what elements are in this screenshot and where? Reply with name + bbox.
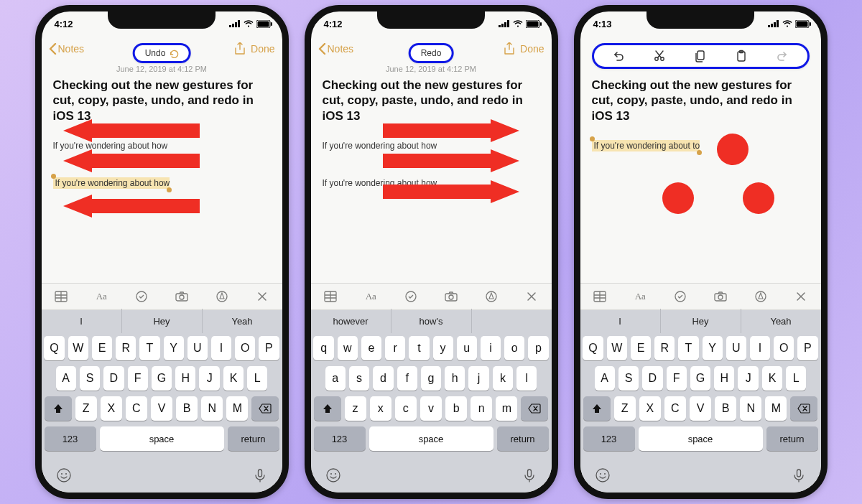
- key-123[interactable]: 123: [45, 426, 96, 451]
- key-m[interactable]: m: [496, 396, 517, 421]
- markup-icon[interactable]: [213, 288, 231, 305]
- keyboard[interactable]: Aa I Hey Yeah QWERTYUIOP ASDFGHJKL ZXCVB…: [42, 283, 282, 493]
- markup-icon[interactable]: [483, 288, 500, 305]
- key-e[interactable]: e: [361, 336, 381, 360]
- key-s[interactable]: S: [618, 366, 639, 391]
- key-a[interactable]: A: [56, 366, 76, 391]
- key-w[interactable]: W: [607, 336, 627, 360]
- key-c[interactable]: C: [126, 396, 147, 421]
- key-backspace[interactable]: [521, 396, 548, 421]
- key-j[interactable]: J: [738, 366, 758, 391]
- key-g[interactable]: g: [421, 366, 441, 391]
- key-space[interactable]: space: [369, 426, 493, 451]
- key-k[interactable]: k: [493, 366, 513, 391]
- key-j[interactable]: J: [199, 366, 219, 391]
- table-icon[interactable]: [591, 288, 608, 305]
- key-y[interactable]: Y: [703, 336, 723, 360]
- key-b[interactable]: B: [715, 396, 736, 421]
- text-format-icon[interactable]: Aa: [93, 288, 110, 305]
- key-s[interactable]: S: [80, 366, 100, 391]
- redo-icon[interactable]: [775, 50, 789, 62]
- key-h[interactable]: h: [445, 366, 465, 391]
- table-icon[interactable]: [322, 288, 339, 305]
- predict-2[interactable]: Hey: [661, 309, 741, 333]
- key-m[interactable]: M: [765, 396, 787, 421]
- cut-icon[interactable]: [652, 50, 667, 62]
- key-j[interactable]: j: [468, 366, 488, 391]
- back-button[interactable]: Notes: [318, 43, 354, 55]
- key-shift[interactable]: [45, 396, 72, 421]
- key-123[interactable]: 123: [314, 426, 366, 451]
- key-g[interactable]: G: [152, 366, 172, 391]
- key-t[interactable]: T: [678, 336, 698, 360]
- key-i[interactable]: I: [750, 336, 770, 360]
- key-h[interactable]: H: [175, 366, 195, 391]
- predict-1[interactable]: however: [311, 309, 391, 333]
- key-x[interactable]: x: [370, 396, 391, 421]
- close-keyboard-icon[interactable]: [254, 288, 271, 305]
- text-format-icon[interactable]: Aa: [362, 288, 379, 305]
- key-i[interactable]: I: [211, 336, 231, 360]
- predict-3[interactable]: [472, 309, 552, 333]
- key-q[interactable]: q: [313, 336, 333, 360]
- key-o[interactable]: O: [235, 336, 255, 360]
- note-title[interactable]: Checking out the new gestures for cut, c…: [592, 78, 810, 123]
- key-f[interactable]: f: [397, 366, 417, 391]
- key-l[interactable]: l: [516, 366, 537, 391]
- key-p[interactable]: p: [528, 336, 548, 360]
- key-a[interactable]: a: [325, 366, 346, 391]
- key-backspace[interactable]: [251, 396, 279, 421]
- predict-1[interactable]: I: [42, 309, 122, 333]
- key-d[interactable]: d: [373, 366, 393, 391]
- key-t[interactable]: T: [139, 336, 159, 360]
- key-v[interactable]: V: [151, 396, 172, 421]
- key-shift[interactable]: [583, 396, 611, 421]
- key-t[interactable]: t: [409, 336, 429, 360]
- mic-icon[interactable]: [522, 467, 537, 486]
- key-u[interactable]: U: [187, 336, 208, 360]
- copy-icon[interactable]: [693, 50, 708, 62]
- key-w[interactable]: W: [68, 336, 88, 360]
- table-icon[interactable]: [52, 288, 70, 305]
- key-y[interactable]: y: [433, 336, 453, 360]
- key-d[interactable]: D: [103, 366, 124, 391]
- key-q[interactable]: Q: [44, 336, 64, 360]
- key-k[interactable]: K: [762, 366, 782, 391]
- key-h[interactable]: H: [714, 366, 734, 391]
- key-k[interactable]: K: [223, 366, 244, 391]
- keyboard[interactable]: Aa however how's qwertyuiop asdfghjkl zx…: [311, 283, 552, 493]
- mic-icon[interactable]: [252, 467, 268, 486]
- key-o[interactable]: O: [774, 336, 794, 360]
- key-y[interactable]: Y: [164, 336, 184, 360]
- key-p[interactable]: P: [797, 336, 817, 360]
- done-button[interactable]: Done: [520, 43, 544, 55]
- key-q[interactable]: Q: [583, 336, 603, 360]
- keyboard[interactable]: Aa I Hey Yeah QWERTYUIOP ASDFGHJKL ZXCVB…: [580, 283, 821, 493]
- key-b[interactable]: b: [445, 396, 467, 421]
- key-f[interactable]: F: [128, 366, 148, 391]
- close-keyboard-icon[interactable]: [792, 288, 810, 305]
- paste-icon[interactable]: [734, 50, 749, 62]
- close-keyboard-icon[interactable]: [523, 288, 540, 305]
- emoji-icon[interactable]: [56, 467, 72, 486]
- camera-icon[interactable]: [712, 288, 729, 305]
- selected-text[interactable]: If you're wondering about how: [53, 178, 170, 188]
- key-x[interactable]: X: [101, 396, 122, 421]
- emoji-icon[interactable]: [325, 467, 341, 486]
- key-c[interactable]: C: [664, 396, 686, 421]
- predict-3[interactable]: Yeah: [203, 309, 282, 333]
- key-r[interactable]: r: [385, 336, 405, 360]
- markup-icon[interactable]: [752, 288, 769, 305]
- note-title[interactable]: Checking out the new gestures for cut, c…: [323, 78, 540, 123]
- key-g[interactable]: G: [690, 366, 710, 391]
- key-w[interactable]: w: [338, 336, 358, 360]
- key-d[interactable]: D: [642, 366, 662, 391]
- selected-text[interactable]: If you're wondering about to: [592, 141, 700, 151]
- key-return[interactable]: return: [766, 426, 818, 451]
- checklist-icon[interactable]: [133, 288, 150, 305]
- predict-2[interactable]: Hey: [122, 309, 203, 333]
- key-n[interactable]: N: [201, 396, 223, 421]
- share-button[interactable]: [233, 42, 246, 55]
- key-return[interactable]: return: [497, 426, 549, 451]
- key-n[interactable]: n: [471, 396, 492, 421]
